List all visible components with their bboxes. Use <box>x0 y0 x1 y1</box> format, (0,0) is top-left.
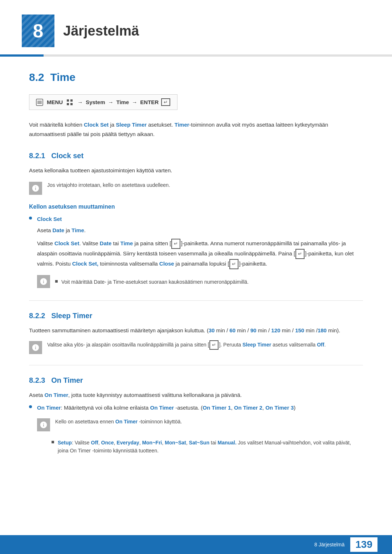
st-30: 30 <box>209 327 215 333</box>
ot-2: On Timer 2 <box>234 405 262 411</box>
bullet-clock-set-text: Clock Set <box>37 216 62 222</box>
intro-timer: Timer <box>175 122 189 128</box>
chapter-header: 8 Järjestelmä <box>0 0 392 54</box>
on-timer-bullet: On Timer: Määritettynä voi olla kolme er… <box>29 403 363 413</box>
cs-time: Time <box>121 240 133 246</box>
intro-text: Voit määritellä kohtien Clock Set ja Sle… <box>29 120 363 139</box>
cs-clockset: Clock Set <box>54 240 79 246</box>
clock-set-indented: Aseta Date ja Time. Valitse Clock Set. V… <box>37 226 363 290</box>
svg-rect-4 <box>67 99 69 102</box>
clock-set-bullet: Clock Set <box>29 214 363 224</box>
separator-1 <box>29 300 363 301</box>
setup-off: Off <box>91 440 98 446</box>
csbody-date: Date <box>53 227 65 233</box>
separator-2 <box>29 365 363 365</box>
enter-btn-2: ↵ <box>295 249 305 259</box>
setup-label: Setup <box>58 440 72 446</box>
st-180: 180 <box>318 327 327 333</box>
nav-menu: MENU <box>47 99 63 105</box>
svg-rect-5 <box>70 99 73 102</box>
on-timer-note-text: Kello on asetettava ennen On Timer -toim… <box>55 418 182 426</box>
intro-sleep-timer: Sleep Timer <box>116 122 147 128</box>
on-timer-bullet-content: On Timer: Määritettynä voi olla kolme er… <box>37 403 295 413</box>
sleep-timer-note-text: Valitse aika ylös- ja alaspäin osoittavi… <box>47 340 326 350</box>
clock-set-subnote-content: Voit määrittää Date- ja Time-asetukset s… <box>55 274 249 290</box>
bullet-clock-set-label: Clock Set <box>37 214 62 224</box>
ot-note-label: On Timer <box>115 419 138 424</box>
cs-clockset2: Clock Set, <box>72 260 99 267</box>
on-timer-indented: Kello on asetettava ennen On Timer -toim… <box>37 418 363 455</box>
cs-date: Date <box>100 240 112 246</box>
clock-set-note-box: Jos virtajohto irrotetaan, kello on aset… <box>29 181 363 195</box>
nav-arrow-1: → <box>77 99 83 105</box>
ot-name: On Timer <box>150 405 174 411</box>
svg-rect-7 <box>70 103 73 105</box>
setup-text: Setup: Valitse Off, Once, Everyday, Mon~… <box>58 439 363 455</box>
chapter-title: Järjestelmä <box>63 23 139 39</box>
svg-rect-6 <box>67 103 69 105</box>
content-area: 8.2 Time MENU <box>0 71 392 482</box>
st-label: Sleep Timer <box>242 342 271 348</box>
cs-close: Close <box>159 260 174 267</box>
note-icon-3 <box>29 341 42 354</box>
svg-rect-3 <box>37 103 42 104</box>
clock-set-subnote: Voit määrittää Date- ja Time-asetukset s… <box>55 278 249 286</box>
nav-path: MENU → System → Time → ENTER ↵ <box>29 94 177 110</box>
svg-rect-2 <box>37 102 42 103</box>
setup-sub-note: Setup: Valitse Off, Once, Everyday, Mon~… <box>52 439 363 455</box>
ot-label: On Timer <box>45 392 69 398</box>
enter-btn-3: ↵ <box>229 259 238 269</box>
clock-set-body1: Aseta Date ja Time. <box>37 226 363 235</box>
on-timer-bullet-section: On Timer: Määritettynä voi olla kolme er… <box>29 403 363 455</box>
ot-3: On Timer 3 <box>265 405 294 411</box>
enter-icon: ↵ <box>161 98 170 106</box>
intro-clock-set: Clock Set <box>84 122 109 128</box>
subsection-on-timer-title: 8.2.3 On Timer <box>29 376 363 385</box>
nav-enter: ENTER <box>140 99 159 105</box>
clock-set-subnote-text: Voit määrittää Date- ja Time-asetukset s… <box>61 278 249 286</box>
nav-arrow-3: → <box>132 99 137 105</box>
footer-page-number: 139 <box>350 537 377 552</box>
subsection-clock-set-title: 8.2.1 Clock set <box>29 152 363 160</box>
setup-monsat: Mon~Sat <box>165 440 186 446</box>
st-60: 60 <box>229 327 236 333</box>
csbody-time: Time <box>72 227 84 233</box>
nav-system: System <box>86 99 105 105</box>
clock-set-note-text: Jos virtajohto irrotetaan, kello on aset… <box>47 181 170 189</box>
menu-icon <box>36 99 43 106</box>
subsection-sleep-timer-title: 8.2.2 Sleep Timer <box>29 312 363 320</box>
page-footer: 8 Järjestelmä 139 <box>0 535 392 554</box>
on-timer-desc: Aseta On Timer, jotta tuote käynnistyy a… <box>29 390 363 400</box>
clock-set-subnote-box: Voit määrittää Date- ja Time-asetukset s… <box>37 274 363 290</box>
setup-everyday: Everyday <box>117 440 139 446</box>
chapter-number: 8 <box>22 15 54 47</box>
ot-1: On Timer 1 <box>203 405 231 411</box>
note-icon-4 <box>37 418 50 431</box>
grid-icon <box>66 99 73 106</box>
section-title: 8.2 Time <box>29 71 363 83</box>
on-timer-note-box: Kello on asetettava ennen On Timer -toim… <box>37 418 363 431</box>
enter-btn-4: ↵ <box>209 340 219 350</box>
note-icon-2 <box>37 275 50 288</box>
sleep-timer-note-box: Valitse aika ylös- ja alaspäin osoittavi… <box>29 340 363 354</box>
note-icon-1 <box>29 182 42 195</box>
bullet-dot-2 <box>29 405 32 408</box>
enter-btn-1: ↵ <box>171 239 180 249</box>
kellon-subheading: Kellon asetuksen muuttaminen <box>29 204 363 210</box>
setup-manual: Manual. <box>218 440 237 446</box>
bullet-dot-1 <box>29 217 32 219</box>
st-150: 150 <box>295 327 304 333</box>
sleep-timer-desc: Tuotteen sammuttaminen automaattisesti m… <box>29 326 363 335</box>
st-90: 90 <box>250 327 257 333</box>
footer-chapter-label: 8 Järjestelmä <box>314 542 344 547</box>
nav-arrow-2: → <box>108 99 114 105</box>
setup-satsun: Sat~Sun <box>189 440 209 446</box>
st-120: 120 <box>271 327 280 333</box>
nav-time: Time <box>117 99 129 105</box>
clock-set-desc: Aseta kellonaika tuotteen ajastustoimint… <box>29 166 363 175</box>
svg-rect-1 <box>37 101 42 102</box>
page: 8 Järjestelmä 8.2 Time MENU <box>0 0 392 554</box>
ot-bullet-label: On Timer <box>37 405 61 411</box>
header-stripe <box>0 54 392 57</box>
st-off: Off <box>317 342 324 348</box>
